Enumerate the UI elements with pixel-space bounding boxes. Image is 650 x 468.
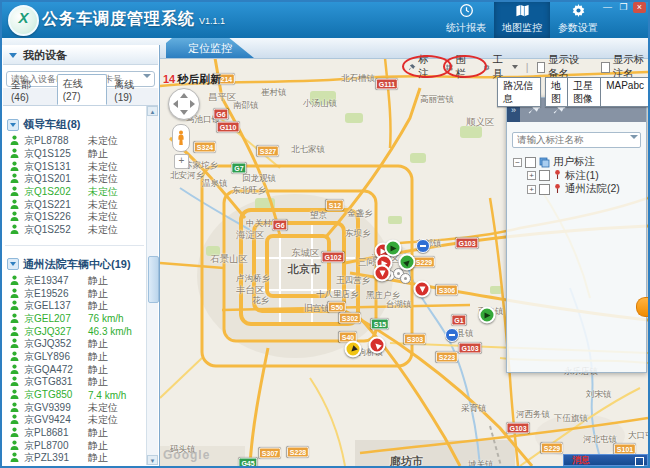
message-bar[interactable]: 消息 xyxy=(563,454,648,466)
tree-child-row-0[interactable]: +标注(1) xyxy=(527,169,644,183)
pan-left-icon[interactable] xyxy=(173,100,178,108)
nav-item-1[interactable]: 地图监控 xyxy=(494,0,550,38)
vehicle-marker[interactable] xyxy=(399,254,416,271)
annotate-label: 标注 xyxy=(418,53,434,81)
tree-child-checkbox[interactable] xyxy=(539,170,550,181)
scroll-up-arrow[interactable]: ▲ xyxy=(147,106,158,116)
pan-right-icon[interactable] xyxy=(190,100,195,108)
vehicle-group-header[interactable]: 领导车组(8) xyxy=(7,117,146,132)
device-tab-2[interactable]: 离线 (19) xyxy=(109,76,158,105)
vehicle-row[interactable]: 京Q1S226未定位 xyxy=(3,211,146,224)
person-icon xyxy=(10,186,19,198)
person-icon xyxy=(10,148,19,160)
vehicle-row[interactable]: 京GEL20776 km/h xyxy=(3,313,146,326)
expand-plus-icon[interactable]: + xyxy=(527,185,536,194)
vehicle-row[interactable]: 京GJQ352静止 xyxy=(3,338,146,351)
fence-button[interactable]: 围栏 xyxy=(445,53,472,81)
nav-item-2[interactable]: 参数设置 xyxy=(550,0,606,38)
tree-child-row-1[interactable]: +通州法院(2) xyxy=(527,183,644,197)
vehicle-row[interactable]: 京GTG8507.4 km/h xyxy=(3,389,146,402)
vehicle-row[interactable]: 京PL8681静止 xyxy=(3,427,146,440)
close-icon[interactable]: × xyxy=(633,2,646,13)
tree-child-label: 通州法院(2) xyxy=(565,182,620,196)
pan-up-icon[interactable] xyxy=(180,93,188,98)
person-icon xyxy=(10,275,19,287)
person-icon xyxy=(10,135,19,147)
scroll-down-arrow[interactable]: ▼ xyxy=(147,455,158,465)
annotation-panel: » − 用户标注 +标注(1)+通州法院(2) xyxy=(506,97,647,373)
vehicle-row[interactable]: 京E19526静止 xyxy=(3,287,146,300)
vehicle-marker[interactable] xyxy=(345,341,362,358)
pan-control[interactable] xyxy=(168,88,200,120)
vehicle-status: 76 km/h xyxy=(88,313,124,324)
collapse-minus-icon[interactable]: − xyxy=(513,158,522,167)
chevron-down-icon xyxy=(512,65,518,69)
annotate-button[interactable]: 标注 xyxy=(408,53,434,81)
maximize-icon[interactable]: ❐ xyxy=(617,2,630,13)
vehicle-status: 7.4 km/h xyxy=(88,390,126,401)
vehicle-status: 静止 xyxy=(88,299,108,313)
vehicle-row[interactable]: 京GV9399未定位 xyxy=(3,401,146,414)
vehicle-list-scrollbar[interactable]: ▲ ▼ xyxy=(146,106,158,465)
vehicle-row[interactable]: 京PL8788未定位 xyxy=(3,135,146,148)
floating-side-button[interactable] xyxy=(636,297,648,317)
vehicle-row[interactable]: 京E19347静止 xyxy=(3,275,146,288)
vehicle-row[interactable]: 京GJQ32746.3 km/h xyxy=(3,325,146,338)
pan-down-icon[interactable] xyxy=(180,110,188,115)
nav-item-label: 参数设置 xyxy=(558,21,598,35)
vehicle-marker[interactable] xyxy=(414,281,431,298)
restore-window-icon[interactable] xyxy=(635,457,644,466)
vehicle-row[interactable]: 京Q1S202未定位 xyxy=(3,186,146,199)
group-toggle-icon[interactable] xyxy=(7,258,19,270)
vehicle-group-header[interactable]: 通州法院车辆中心(19) xyxy=(7,257,146,272)
my-devices-header[interactable]: 我的设备 xyxy=(3,47,158,65)
tree-child-checkbox[interactable] xyxy=(539,184,550,195)
vehicle-marker[interactable] xyxy=(374,265,391,282)
pegman-icon xyxy=(176,130,186,146)
red-pin-icon xyxy=(553,183,562,196)
map-toolbar: 标注 围栏 工具 | 显示设备名显示标注名 xyxy=(408,59,650,75)
vehicle-marker[interactable] xyxy=(479,307,496,324)
annotation-search-input[interactable] xyxy=(512,132,641,148)
person-icon xyxy=(10,427,19,439)
vehicle-row[interactable]: 京Q1S201未定位 xyxy=(3,173,146,186)
person-icon xyxy=(10,161,19,173)
vehicle-row[interactable]: 京PZL391静止 xyxy=(3,452,146,465)
minimize-icon[interactable]: — xyxy=(601,2,614,13)
person-icon xyxy=(10,224,19,236)
tab-location-monitor[interactable]: 定位监控 xyxy=(166,38,254,58)
group-toggle-icon[interactable] xyxy=(7,119,19,131)
map-type-2[interactable]: MAPabc xyxy=(601,77,650,107)
checkbox-icon[interactable] xyxy=(601,62,609,73)
vehicle-row[interactable]: 京Q1S131未定位 xyxy=(3,160,146,173)
nav-item-label: 地图监控 xyxy=(502,21,542,35)
vehicle-row[interactable]: 京Q1S125静止 xyxy=(3,148,146,161)
device-tab-0[interactable]: 全部 (46) xyxy=(6,76,55,105)
vehicle-row[interactable]: 京Q1S252未定位 xyxy=(3,224,146,237)
scrollbar-thumb[interactable] xyxy=(148,256,159,303)
zoom-in-button[interactable]: + xyxy=(174,154,189,169)
vehicle-row[interactable]: 京Q1S221未定位 xyxy=(3,198,146,211)
vehicle-marker[interactable] xyxy=(369,337,386,354)
tree-root-row[interactable]: − 用户标注 xyxy=(513,156,644,170)
fence-icon xyxy=(445,62,454,73)
person-icon xyxy=(10,402,19,414)
map-type-0[interactable]: 地图 xyxy=(545,77,568,107)
vehicle-row[interactable]: 京GQA472静止 xyxy=(3,363,146,376)
traffic-info-button[interactable]: 路况信息 xyxy=(497,77,541,107)
vehicle-marker[interactable] xyxy=(385,240,402,257)
nav-item-0[interactable]: 统计报表 xyxy=(438,0,494,38)
vehicle-row[interactable]: 京GTG831静止 xyxy=(3,376,146,389)
checkbox-icon[interactable] xyxy=(537,62,545,73)
vehicle-row[interactable]: 京GEL137静止 xyxy=(3,300,146,313)
device-tab-1[interactable]: 在线 (27) xyxy=(57,74,108,105)
tree-root-checkbox[interactable] xyxy=(525,157,536,168)
expand-plus-icon[interactable]: + xyxy=(527,171,536,180)
vehicle-row[interactable]: 京GV9424未定位 xyxy=(3,414,146,427)
vehicle-row[interactable]: 京PL8700静止 xyxy=(3,439,146,452)
street-view-control[interactable] xyxy=(172,124,190,152)
vehicle-row[interactable]: 京GLY896静止 xyxy=(3,351,146,364)
map-type-1[interactable]: 卫星图像 xyxy=(568,77,601,107)
vehicle-status: 静止 xyxy=(88,451,108,465)
app-title: 公务车调度管理系统V1.1.1 xyxy=(42,9,225,30)
